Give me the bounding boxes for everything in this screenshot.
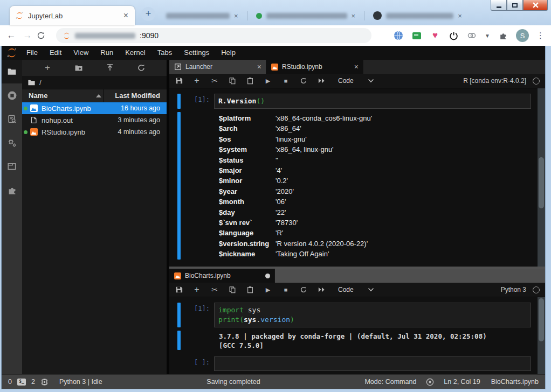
tab-launcher[interactable]: Launcher × [169, 60, 266, 74]
add-cell-icon[interactable]: + [192, 285, 201, 294]
file-row[interactable]: BioCharts.ipynb16 hours ago [22, 102, 167, 114]
cell-type-select[interactable]: Code [338, 77, 374, 85]
menu-view[interactable]: View [67, 48, 94, 57]
browser-menu-icon[interactable]: ⋮ [536, 31, 545, 40]
maximize-button[interactable] [507, 0, 523, 11]
kernel-name[interactable]: R [conda env:R-4.0.2] [463, 77, 526, 85]
menu-kernel[interactable]: Kernel [119, 48, 151, 57]
restart-kernel-icon[interactable] [299, 285, 308, 294]
extensions-puzzle-icon[interactable] [498, 30, 508, 41]
kernel-chip-icon[interactable] [40, 378, 49, 386]
sidebar-item-file-browser[interactable] [2, 60, 22, 83]
kernels-count[interactable]: 2 [31, 378, 35, 386]
restart-kernel-icon[interactable] [299, 76, 308, 85]
run-icon[interactable]: ▶ [264, 285, 272, 294]
reload-icon[interactable] [37, 31, 51, 40]
tab-close-icon[interactable]: × [122, 12, 129, 19]
menu-tabs[interactable]: Tabs [151, 48, 178, 57]
active-file-name[interactable]: BioCharts.ipynb [491, 378, 539, 386]
paste-icon[interactable] [246, 76, 254, 85]
menu-help[interactable]: Help [215, 48, 242, 57]
scrollbar-thumb[interactable] [539, 298, 544, 341]
run-all-icon[interactable] [317, 76, 326, 85]
stop-icon[interactable]: ■ [281, 285, 290, 294]
notebook-scrollbar[interactable] [538, 88, 545, 267]
empty-editor[interactable] [214, 356, 531, 371]
browser-tab-blurred[interactable]: × [162, 9, 243, 23]
sidebar-item-running-sessions[interactable] [2, 83, 22, 107]
tab-rstudio-ipynb[interactable]: RStudio.ipynb × [266, 60, 363, 74]
cut-icon[interactable]: ✂ [210, 76, 219, 85]
code-cell[interactable]: [1]: import sysprint(sys.version) [177, 303, 531, 327]
tab-close-icon[interactable]: × [458, 12, 462, 20]
file-row[interactable]: nohup.out3 minutes ago [22, 114, 167, 126]
column-header-modified[interactable]: Last Modified [103, 89, 167, 102]
breadcrumb-root[interactable]: / [39, 79, 42, 87]
heart-extension-icon[interactable]: ♥ [430, 30, 440, 41]
file-row[interactable]: RStudio.ipynb4 minutes ago [22, 126, 167, 138]
menu-file[interactable]: File [20, 48, 44, 57]
cursor-position[interactable]: Ln 2, Col 19 [444, 378, 480, 386]
tab-close-icon[interactable]: × [257, 62, 261, 71]
upload-icon[interactable] [106, 64, 114, 72]
kernel-status-icon[interactable] [533, 286, 540, 293]
save-icon[interactable] [175, 76, 183, 85]
kernel-status-icon[interactable] [533, 78, 540, 85]
minimize-button[interactable] [491, 0, 507, 11]
sidebar-item-commands[interactable] [2, 107, 22, 131]
menu-settings[interactable]: Settings [178, 48, 215, 57]
sidebar-item-property-inspector[interactable] [2, 131, 22, 155]
py-code[interactable]: import sysprint(sys.version) [214, 303, 531, 327]
add-cell-icon[interactable]: + [192, 76, 201, 85]
r-code[interactable]: R.Version() [214, 94, 531, 109]
browser-tab-blurred[interactable]: × [252, 9, 360, 23]
browser-tab-blurred[interactable]: × [369, 8, 466, 23]
cell-type-select[interactable]: Code [338, 286, 374, 293]
terminal-icon[interactable]: $_ [17, 379, 26, 386]
menu-run[interactable]: Run [94, 48, 119, 57]
notebook-scrollbar[interactable] [538, 297, 545, 374]
run-all-icon[interactable] [317, 285, 326, 294]
copy-icon[interactable] [228, 76, 237, 85]
sidebar-item-open-tabs[interactable] [2, 155, 22, 178]
menu-edit[interactable]: Edit [44, 48, 67, 57]
cell-prompt: [1]: [181, 94, 214, 109]
refresh-icon[interactable] [137, 64, 146, 72]
empty-code-cell[interactable]: [ ]: [177, 356, 531, 371]
cut-icon[interactable]: ✂ [210, 285, 219, 294]
new-folder-icon[interactable] [74, 64, 83, 72]
terminals-count[interactable]: 0 [8, 378, 12, 386]
green-extension-icon[interactable] [411, 30, 422, 41]
folder-icon[interactable] [27, 79, 36, 87]
globe-extension-icon[interactable] [393, 30, 404, 41]
power-extension-icon[interactable] [448, 30, 459, 41]
profile-avatar[interactable]: S [516, 29, 529, 42]
back-icon[interactable]: ← [4, 30, 18, 41]
run-icon[interactable]: ▶ [264, 76, 272, 85]
tab-biocharts-ipynb[interactable]: BioCharts.ipynb [169, 269, 275, 283]
shield-x-icon[interactable] [426, 378, 434, 386]
kernel-name[interactable]: Python 3 [501, 286, 526, 293]
chevron-down-icon[interactable]: ▼ [485, 33, 490, 39]
paste-icon[interactable] [246, 285, 254, 294]
rings-extension-icon[interactable] [466, 30, 477, 41]
tab-close-icon[interactable]: × [354, 62, 359, 71]
stop-icon[interactable]: ■ [281, 76, 290, 85]
forward-icon[interactable]: → [20, 30, 35, 41]
save-icon[interactable] [175, 285, 183, 294]
address-bar[interactable]: :9090 [56, 28, 371, 43]
tab-close-icon[interactable]: × [234, 12, 238, 20]
unsaved-changes-dot[interactable] [265, 274, 270, 278]
notebook-mode[interactable]: Mode: Command [364, 378, 416, 386]
code-cell[interactable]: [1]: R.Version() [177, 94, 531, 109]
copy-icon[interactable] [228, 285, 237, 294]
scrollbar-thumb[interactable] [539, 157, 544, 208]
close-button[interactable] [523, 0, 548, 11]
tab-close-icon[interactable]: × [352, 12, 356, 20]
kernel-status-text[interactable]: Python 3 | Idle [59, 378, 102, 386]
column-header-name[interactable]: Name [22, 92, 103, 100]
new-tab-button[interactable]: + [141, 7, 155, 21]
sidebar-item-extension-manager[interactable] [2, 178, 22, 202]
new-launcher-icon[interactable]: + [43, 64, 52, 72]
browser-tab-jupyterlab[interactable]: JupyterLab × [10, 6, 135, 25]
